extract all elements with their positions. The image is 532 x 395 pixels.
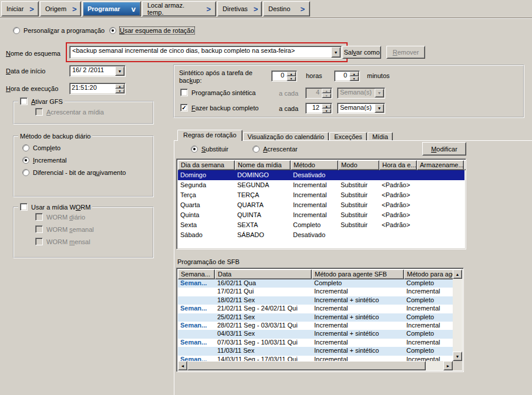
table-row[interactable]: Seman...28/02/11 Seg - 03/03/11 QuiIncre…	[178, 322, 454, 330]
dropdown-icon[interactable]: ▼	[375, 104, 384, 113]
table-row[interactable]: Seman...07/03/11 Seg - 10/03/11 QuiIncre…	[178, 339, 454, 347]
dropdown-icon[interactable]: ▼	[375, 89, 384, 97]
scroll-left-icon[interactable]: ◄	[178, 361, 187, 370]
dropdown-icon[interactable]: ▼	[115, 66, 124, 76]
table-row[interactable]: 04/03/11 SexIncremental + sintéticoCompl…	[178, 330, 454, 338]
method-full-radio-row[interactable]: Completo	[22, 144, 153, 151]
scroll-down-icon[interactable]: ▼	[453, 352, 462, 361]
method-differential-radio-row[interactable]: Diferencial - bit de arquivamento	[22, 169, 153, 176]
synthetic-unit-select[interactable]: Semana(s) ▼	[337, 87, 385, 99]
column-header[interactable]: Método para agente SFB	[312, 269, 404, 279]
horizontal-scrollbar[interactable]: ◄ ►	[178, 361, 453, 370]
column-header[interactable]: Semana...	[178, 269, 215, 279]
column-header[interactable]: Data	[215, 269, 312, 279]
tab-excecoes[interactable]: Exceções	[329, 132, 367, 141]
spin-up-icon[interactable]: ▲	[115, 84, 124, 89]
dropdown-icon[interactable]: ▼	[331, 47, 341, 58]
table-row[interactable]: 11/03/11 SexIncremental + sintéticoCompl…	[178, 347, 454, 355]
synthetic-schedule-checkbox[interactable]	[180, 89, 188, 96]
table-row[interactable]: 17/02/11 QuiIncrementalIncremental	[178, 288, 454, 296]
scrollbar-thumb[interactable]	[187, 361, 426, 370]
wizard-tab-origem[interactable]: Origem >	[40, 1, 81, 16]
spin-down-icon[interactable]: ▼	[287, 76, 296, 81]
spin-down-icon[interactable]: ▼	[115, 89, 124, 93]
method-incremental-radio-row[interactable]: Incremental	[22, 157, 153, 164]
radio-icon[interactable]	[252, 146, 260, 153]
table-row[interactable]: DomingoDOMINGODesativado	[178, 170, 464, 180]
column-header[interactable]: Armazename...	[417, 160, 464, 170]
tab-midia[interactable]: Mídia	[368, 132, 393, 141]
table-row[interactable]: Seman...16/02/11 QuaCompletoCompleto	[178, 279, 454, 288]
worm-monthly-checkbox-row[interactable]: WORM mensal	[35, 238, 153, 245]
spin-up-icon[interactable]: ▲	[322, 89, 331, 93]
spin-up-icon[interactable]: ▲	[287, 72, 296, 76]
append-media-checkbox-row[interactable]: Acrescentar a mídia	[35, 108, 153, 116]
start-date-picker[interactable]: 16/ 2 /2011 ▼	[69, 65, 126, 77]
synthetic-every-spinner[interactable]: 4 ▲ ▼	[305, 87, 332, 99]
tab-regras-de-rotacao[interactable]: Regras de rotação	[177, 130, 243, 141]
synthetic-schedule-checkbox-row[interactable]: Programação sintética	[180, 89, 255, 96]
full-backup-checkbox-row[interactable]: ✓ Fazer backup completo	[180, 104, 258, 112]
spin-down-icon[interactable]: ▼	[322, 93, 331, 98]
column-header[interactable]: Hora da e...	[379, 160, 417, 170]
column-header[interactable]: Nome da mídia	[235, 160, 291, 170]
table-row[interactable]: QuartaQUARTAIncrementalSubstituir<Padrão…	[178, 200, 464, 210]
table-row[interactable]: QuintaQUINTAIncrementalSubstituir<Padrão…	[178, 210, 464, 220]
scroll-right-icon[interactable]: ►	[443, 361, 453, 370]
minutes-spinner[interactable]: 0 ▲ ▼	[334, 70, 360, 82]
wizard-tab-diretivas[interactable]: Diretivas >	[217, 1, 262, 16]
vertical-scrollbar[interactable]: ▲ ▼	[453, 269, 462, 361]
table-row[interactable]: SextaSEXTACompletoSubstituir<Padrão>	[178, 220, 464, 230]
scroll-up-icon[interactable]: ▲	[453, 269, 462, 279]
wizard-tab-programar[interactable]: Programar v	[82, 1, 141, 16]
column-header[interactable]: Dia da semana	[178, 160, 235, 170]
full-unit-select[interactable]: Semana(s) ▼	[337, 103, 385, 114]
custom-schedule-radio[interactable]: Personalizar a programação	[13, 27, 105, 34]
replace-radio-row[interactable]: Substituir	[191, 146, 228, 153]
worm-daily-checkbox[interactable]	[35, 213, 43, 221]
spin-down-icon[interactable]: ▼	[322, 109, 331, 113]
hours-spinner[interactable]: 0 ▲ ▼	[271, 70, 297, 82]
worm-weekly-checkbox-row[interactable]: WORM semanal	[35, 225, 153, 233]
run-time-spinner[interactable]: 21:51:20 ▲ ▼	[69, 83, 126, 94]
table-row[interactable]: 18/02/11 SexIncremental + sintéticoCompl…	[178, 296, 454, 305]
radio-icon[interactable]	[22, 157, 29, 164]
radio-icon[interactable]	[22, 144, 29, 151]
worm-daily-checkbox-row[interactable]: WORM diário	[35, 213, 153, 221]
rotation-scheme-radio[interactable]: Usar esquema de rotação	[109, 27, 194, 34]
column-header[interactable]: Modo	[338, 160, 379, 170]
remove-button[interactable]: Remover	[386, 46, 425, 59]
spin-down-icon[interactable]: ▼	[349, 76, 359, 81]
full-every-spinner[interactable]: 12 ▲ ▼	[305, 103, 332, 114]
table-row[interactable]: 25/02/11 SexIncremental + sintéticoCompl…	[178, 313, 454, 322]
scrollbar-track[interactable]	[426, 361, 443, 370]
table-row[interactable]: TerçaTERÇAIncrementalSubstituir<Padrão>	[178, 190, 464, 200]
radio-icon[interactable]	[22, 169, 29, 176]
wizard-tab-destino[interactable]: Destino >	[263, 1, 310, 16]
spin-up-icon[interactable]: ▲	[322, 104, 331, 109]
append-media-checkbox[interactable]	[35, 108, 43, 116]
table-row[interactable]: SábadoSÁBADODesativado	[178, 230, 464, 240]
gfs-checkbox[interactable]	[20, 97, 28, 105]
spin-up-icon[interactable]: ▲	[349, 72, 359, 76]
scheme-name-combobox[interactable]: <backup semanal incremental de cinco dia…	[69, 46, 342, 59]
worm-monthly-checkbox[interactable]	[35, 238, 43, 245]
radio-icon[interactable]	[191, 146, 198, 153]
wizard-tab-local-armaz-temp[interactable]: Local armaz. temp. >	[142, 1, 216, 16]
full-backup-checkbox[interactable]: ✓	[180, 104, 188, 112]
column-header[interactable]: Método para age	[404, 269, 454, 279]
radio-icon[interactable]	[109, 27, 116, 34]
worm-checkbox[interactable]	[20, 203, 28, 211]
modify-button[interactable]: Modificar	[422, 142, 466, 156]
worm-weekly-checkbox[interactable]	[35, 225, 43, 233]
column-header[interactable]	[464, 160, 466, 170]
radio-icon[interactable]	[13, 27, 20, 34]
table-row[interactable]: SegundaSEGUNDAIncrementalSubstituir<Padr…	[178, 180, 464, 190]
append-radio-row[interactable]: Acrescentar	[252, 146, 298, 153]
tab-visualizacao-do-calendario[interactable]: Visualização do calendário	[243, 132, 329, 141]
table-row[interactable]: Seman...21/02/11 Seg - 24/02/11 QuiIncre…	[178, 305, 454, 313]
column-header[interactable]: Método	[291, 160, 338, 170]
wizard-tab-iniciar[interactable]: Iniciar >	[1, 1, 39, 16]
save-as-button[interactable]: Salvar como	[342, 46, 381, 59]
cell: Substituir	[338, 180, 379, 190]
